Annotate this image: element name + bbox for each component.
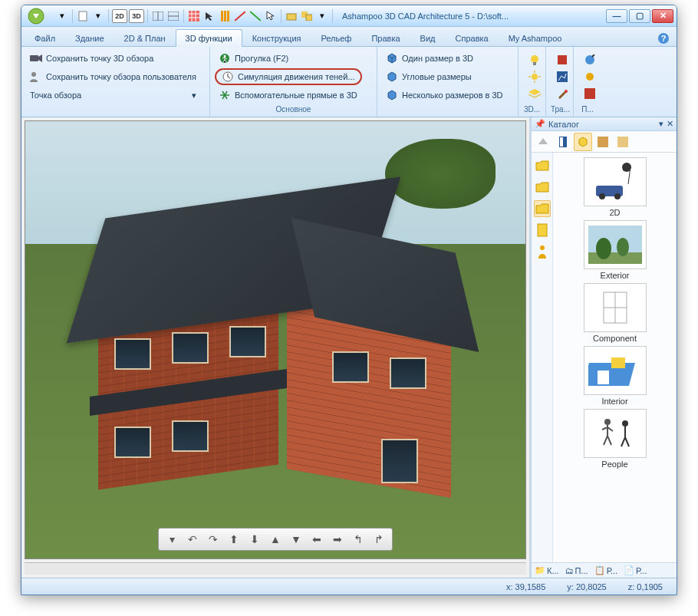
bulb-icon[interactable] <box>528 53 542 67</box>
qat-group-icon[interactable] <box>300 9 314 23</box>
catalog-item-people[interactable]: People <box>581 409 650 469</box>
tab-relief[interactable]: Рельеф <box>311 29 362 47</box>
qat-layout1-icon[interactable] <box>151 9 165 23</box>
close-panel-icon[interactable]: ✕ <box>667 119 673 129</box>
tab-building[interactable]: Здание <box>65 29 114 47</box>
qat-snap1-icon[interactable] <box>233 9 247 23</box>
qat-cursor-icon[interactable] <box>202 9 216 23</box>
nav-dropdown-icon[interactable]: ▾ <box>163 531 180 548</box>
svg-point-33 <box>586 73 594 81</box>
cat-person-icon[interactable] <box>534 243 551 260</box>
tab-construction[interactable]: Конструкция <box>242 29 311 47</box>
qat-grid-icon[interactable] <box>187 9 201 23</box>
lines-icon <box>219 89 231 101</box>
nav-up-icon[interactable]: ⬆ <box>226 531 242 548</box>
qat-ungroup-icon[interactable]: ▾ <box>315 9 329 23</box>
catalog-item-exterior[interactable]: Exterior <box>581 220 650 280</box>
nav-rotate-left-icon[interactable]: ↶ <box>184 531 201 548</box>
qat-snap2-icon[interactable] <box>249 9 262 23</box>
cat-material-icon[interactable] <box>594 133 612 151</box>
house-model <box>65 200 476 515</box>
nav-zoom-in-icon[interactable]: ▲ <box>267 531 284 548</box>
qat-layout2-icon[interactable] <box>166 9 180 23</box>
nav-down-icon[interactable]: ⬇ <box>246 531 263 548</box>
shadow-simulation-button[interactable]: Симуляция движения теней... <box>215 68 362 85</box>
gear-icon[interactable] <box>583 70 597 84</box>
qat-rulers-icon[interactable] <box>218 9 232 23</box>
fill-icon[interactable] <box>583 87 597 100</box>
pin-icon[interactable]: 📌 <box>535 119 545 129</box>
group-label <box>26 104 205 115</box>
tab-edit[interactable]: Правка <box>361 29 410 47</box>
tab-3d-functions[interactable]: 3D функции <box>176 29 242 47</box>
tab-help[interactable]: Справка <box>446 29 499 47</box>
svg-rect-39 <box>538 224 547 236</box>
nav-right-icon[interactable]: ➡ <box>329 531 346 548</box>
cat-tab-1[interactable]: 📁К... <box>533 565 561 575</box>
nav-tilt-right-icon[interactable]: ↱ <box>370 531 387 548</box>
qat-select-icon[interactable] <box>264 9 278 23</box>
qat-shape-icon[interactable] <box>285 9 298 23</box>
ribbon-group-light: 3D... <box>519 47 546 117</box>
cat-book-icon[interactable] <box>534 222 551 239</box>
svg-point-42 <box>599 193 605 199</box>
help-icon[interactable]: ? <box>650 29 677 47</box>
angular-dimensions-button[interactable]: Угловые размеры <box>382 68 507 85</box>
cat-tab-2[interactable]: 🗂П... <box>564 566 590 575</box>
cat-up-icon[interactable] <box>534 133 552 151</box>
nav-rotate-right-icon[interactable]: ↷ <box>205 531 222 548</box>
group-label: Тра... <box>551 104 568 115</box>
minimize-button[interactable]: — <box>606 9 627 23</box>
nav-zoom-out-icon[interactable]: ▼ <box>288 531 305 548</box>
cat-folder1-icon[interactable] <box>534 157 551 174</box>
catalog-item-2d[interactable]: 2D <box>581 157 650 217</box>
nav-left-icon[interactable]: ⬅ <box>308 531 325 548</box>
square-icon[interactable] <box>555 53 569 67</box>
button-label: Прогулка (F2) <box>235 54 288 63</box>
chevron-down-icon[interactable]: ▾ <box>659 119 663 129</box>
svg-point-31 <box>565 90 568 93</box>
close-button[interactable]: ✕ <box>652 9 673 23</box>
nav-tilt-left-icon[interactable]: ↰ <box>350 531 367 548</box>
cat-texture-icon[interactable] <box>614 133 632 151</box>
tab-file[interactable]: Файл <box>25 29 65 47</box>
catalog-item-interior[interactable]: Interior <box>581 346 650 406</box>
qat-dropdown2-icon[interactable]: ▾ <box>91 9 105 23</box>
catalog-item-component[interactable]: Component <box>581 283 650 343</box>
app-menu-button[interactable] <box>26 7 49 25</box>
brush-icon[interactable] <box>555 87 569 100</box>
graph-icon[interactable] <box>555 70 569 84</box>
qat-3d-icon[interactable]: 3D <box>129 9 144 23</box>
item-label: Component <box>593 334 637 343</box>
separator <box>147 9 148 23</box>
walk-button[interactable]: Прогулка (F2) <box>215 50 362 67</box>
cat-door-icon[interactable] <box>554 133 572 151</box>
tab-view[interactable]: Вид <box>410 29 446 47</box>
cat-3d-icon[interactable] <box>574 133 592 151</box>
separator <box>332 9 333 23</box>
save-user-viewpoint-button[interactable]: Сохранить точку обзора пользователя <box>26 68 200 85</box>
cat-tab-4[interactable]: 📄Р... <box>622 565 648 575</box>
catalog-panel: 📌 Каталог ▾ ✕ <box>531 117 677 578</box>
qat-dropdown-icon[interactable]: ▾ <box>55 9 69 23</box>
single-dimension-3d-button[interactable]: Один размер в 3D <box>382 50 507 67</box>
layers-icon[interactable] <box>528 87 542 100</box>
qat-2d-icon[interactable]: 2D <box>112 9 127 23</box>
tab-2d-plan[interactable]: 2D & План <box>114 29 176 47</box>
maximize-button[interactable]: ▢ <box>629 9 650 23</box>
horizontal-scrollbar[interactable] <box>25 562 526 575</box>
multiple-dimensions-3d-button[interactable]: Несколько размеров в 3D <box>382 87 507 104</box>
paint-icon[interactable] <box>583 53 597 67</box>
tab-my-ashampoo[interactable]: My Ashampoo <box>499 29 572 47</box>
cat-folder3-icon[interactable] <box>534 200 551 217</box>
catalog-items[interactable]: 2D Exterior Component Interior <box>553 153 677 562</box>
cat-tab-3[interactable]: 📋Р... <box>593 565 619 575</box>
qat-doc-icon[interactable] <box>76 9 90 23</box>
3d-viewport[interactable]: ▾ ↶ ↷ ⬆ ⬇ ▲ ▼ ⬅ ➡ ↰ ↱ <box>25 120 526 559</box>
cat-folder2-icon[interactable] <box>534 179 551 196</box>
helper-lines-3d-button[interactable]: Вспомогательные прямые в 3D <box>215 87 362 104</box>
viewpoint-dropdown[interactable]: Точка обзора ▾ <box>26 87 200 104</box>
svg-rect-6 <box>189 11 199 21</box>
sun-icon[interactable] <box>528 70 542 84</box>
save-3d-viewpoint-button[interactable]: Сохранить точку 3D обзора <box>26 50 200 67</box>
